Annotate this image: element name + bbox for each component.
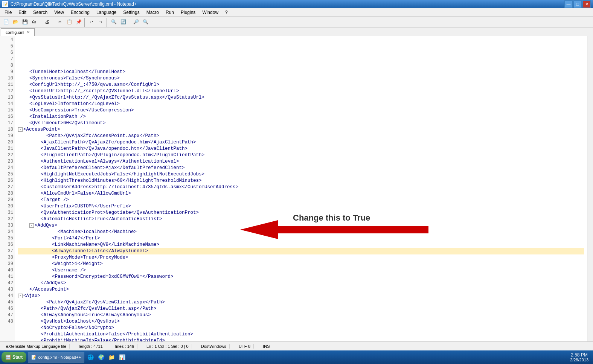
toolbar-sep-2: [53, 18, 54, 27]
app-icon: 📝: [2, 1, 8, 7]
vertical-scrollbar[interactable]: [587, 36, 593, 355]
code-line-12: <QvsTimeout>60</QvsTimeout>: [18, 120, 584, 126]
menu-search[interactable]: Search: [30, 9, 50, 16]
code-line-18: <AuthenticationLevel>Always</Authenticat…: [18, 158, 584, 165]
taskbar-notepad[interactable]: 📝 config.xml - Notepad++: [28, 352, 84, 362]
toolbar: 📄 📂 💾 🗂 🖨 ✂ 📋 📌 ↩ ↪ 🔍 🔄 🔎 🔍: [0, 17, 593, 28]
new-file-button[interactable]: 📄: [2, 18, 11, 27]
title-bar: 📝 C:\ProgramData\QlikTech\QvWebServer\co…: [0, 0, 593, 8]
clock-time: 2:58 PM: [570, 352, 588, 358]
code-line-33: <ProxyMode>True</ProxyMode>: [18, 254, 584, 261]
status-insert-mode: INS: [260, 344, 273, 349]
code-line-44: <NoCrypto>False</NoCrypto>: [18, 325, 584, 331]
menu-plugins[interactable]: Plugins: [178, 9, 198, 16]
window-controls: — □ ✕: [564, 0, 591, 8]
maximize-button[interactable]: □: [573, 0, 582, 8]
code-line-10: <UseCompression>True</UseCompression>: [18, 107, 584, 114]
code-line-20: <HighlightNotExecutedJobs>False</Highlig…: [18, 171, 584, 178]
code-line-16: <JavaClientPath>/QvJava/opendoc.htm</Jav…: [18, 146, 584, 152]
menu-view[interactable]: View: [51, 9, 67, 16]
menu-run[interactable]: Run: [163, 9, 177, 16]
copy-button[interactable]: 📋: [65, 18, 74, 27]
redo-button[interactable]: ↪: [96, 18, 105, 27]
open-file-button[interactable]: 📂: [11, 18, 20, 27]
code-line-42: <AlwaysAnonymous>True</AlwaysAnonymous>: [18, 312, 584, 318]
menu-window[interactable]: Window: [199, 9, 221, 16]
taskbar-clock: 2:58 PM 2/28/2013: [570, 352, 591, 362]
menu-encoding[interactable]: Encoding: [68, 9, 93, 16]
code-line-34: <Weight>1</Weight>: [18, 261, 584, 267]
code-line-43: <QvsHost>localhost</QvsHost>: [18, 318, 584, 325]
undo-button[interactable]: ↩: [87, 18, 96, 27]
paste-button[interactable]: 📌: [74, 18, 83, 27]
code-line-7: <TunnelUrl>http://_/scripts/QVSTunnel.dl…: [18, 88, 584, 94]
code-line-35: <Username />: [18, 267, 584, 274]
minimize-button[interactable]: —: [564, 0, 573, 8]
code-line-40: <Path>/QvAjaxZfc/QvsViewClient.aspx</Pat…: [18, 299, 584, 306]
find-button[interactable]: 🔍: [109, 18, 118, 27]
collapse-icon-13[interactable]: -: [18, 127, 23, 132]
code-line-41: <Path>/QvAjaxZfc/QvsViewClient.asp</Path…: [18, 306, 584, 312]
start-button[interactable]: 🪟 Start: [2, 352, 26, 362]
code-line-21: <HighlightThresholdMinutes>60</Highlight…: [18, 178, 584, 184]
print-button[interactable]: 🖨: [43, 18, 52, 27]
code-line-11: <InstallationPath />: [18, 114, 584, 120]
cut-button[interactable]: ✂: [55, 18, 64, 27]
status-file-type: eXtensible Markup Language file: [3, 344, 70, 349]
code-line-37: </AddQvs>: [18, 280, 584, 286]
code-line-15: <AjaxClientPath>/QvAjaxZfc/opendoc.htm</…: [18, 139, 584, 146]
notepad-label: config.xml - Notepad++: [38, 355, 81, 359]
zoom-out-button[interactable]: 🔍: [141, 18, 150, 27]
code-line-31: <LinkMachineName>QV9</LinkMachineName>: [18, 242, 584, 248]
taskbar-folder-icon[interactable]: 📁: [107, 353, 116, 362]
collapse-icon-28[interactable]: -: [29, 223, 34, 228]
status-lines: lines : 146: [112, 344, 137, 349]
toolbar-sep-1: [40, 18, 41, 27]
status-encoding: UTF-8: [236, 344, 254, 349]
replace-button[interactable]: 🔄: [119, 18, 128, 27]
taskbar-ie-icon[interactable]: 🌐: [86, 353, 95, 362]
tab-config-xml[interactable]: config.xml ✕: [1, 28, 35, 36]
code-line-22: <CustomUserAddress>http://localhost:4735…: [18, 184, 584, 190]
menu-settings[interactable]: Settings: [120, 9, 142, 16]
code-line-29: <Machine>localhost</Machine>: [18, 229, 584, 235]
menu-help[interactable]: ?: [222, 9, 231, 16]
taskbar-chart-icon[interactable]: 📊: [117, 353, 127, 362]
status-position: Ln : 1 Col : 1 Sel : 0 | 0: [143, 344, 192, 349]
code-line-8: <QvsStatusUrl>http://_/QvAjaxZfc/QvsStat…: [18, 94, 584, 101]
status-length: length : 4711: [76, 344, 106, 349]
toolbar-sep-5: [129, 18, 130, 27]
code-line-36: <Password>Encrypted=DxdCGMWfOwU=</Passwo…: [18, 274, 584, 280]
code-line-14: <Path>/QvAjaxZfc/AccessPoint.aspx</Path>: [18, 133, 584, 139]
menu-bar: File Edit Search View Encoding Language …: [0, 8, 593, 17]
status-line-ending: Dos\Windows: [198, 344, 230, 349]
menu-language[interactable]: Language: [93, 9, 119, 16]
code-line-27: <AutomaticHostlist>True</AutomaticHostli…: [18, 216, 584, 222]
code-line-28: -<AddQvs>: [18, 222, 584, 229]
code-editor[interactable]: <TunnelHost>localhost</TunnelHost> <Sync…: [15, 36, 587, 355]
code-line-45: <ProhibitAuthentication>False</ProhibitA…: [18, 331, 584, 338]
code-line-32: <AlwaysTunnel>False</AlwaysTunnel>: [18, 248, 584, 254]
editor-container: 4567891011121314151617181920212223242526…: [0, 36, 593, 355]
taskbar-network-icon[interactable]: 🌍: [96, 353, 105, 362]
start-label: Start: [12, 355, 23, 360]
window-title: C:\ProgramData\QlikTech\QvWebServer\conf…: [11, 2, 139, 7]
status-bar: eXtensible Markup Language file length :…: [0, 341, 593, 350]
code-line-23: <AllowCmdUrl>False</AllowCmdUrl>: [18, 190, 584, 197]
close-button[interactable]: ✕: [582, 0, 591, 8]
menu-macro[interactable]: Macro: [143, 9, 162, 16]
code-line-5: <Synchronous>False</Synchronous>: [18, 75, 584, 82]
menu-edit[interactable]: Edit: [15, 9, 29, 16]
zoom-in-button[interactable]: 🔎: [131, 18, 140, 27]
collapse-icon-39[interactable]: -: [18, 294, 23, 298]
code-line-13: -<AccessPoint>: [18, 126, 584, 133]
code-line-25: <UserPrefix>CUSTOM\</UserPrefix>: [18, 203, 584, 210]
save-all-button[interactable]: 🗂: [30, 18, 39, 27]
line-numbers: 4567891011121314151617181920212223242526…: [0, 36, 15, 355]
menu-file[interactable]: File: [2, 9, 15, 16]
tab-bar: config.xml ✕: [0, 28, 593, 36]
code-line-19: <DefaultPreferedClient>Ajax</DefaultPref…: [18, 165, 584, 171]
tab-close-icon[interactable]: ✕: [27, 30, 30, 34]
tab-label: config.xml: [6, 30, 24, 35]
save-file-button[interactable]: 💾: [20, 18, 29, 27]
